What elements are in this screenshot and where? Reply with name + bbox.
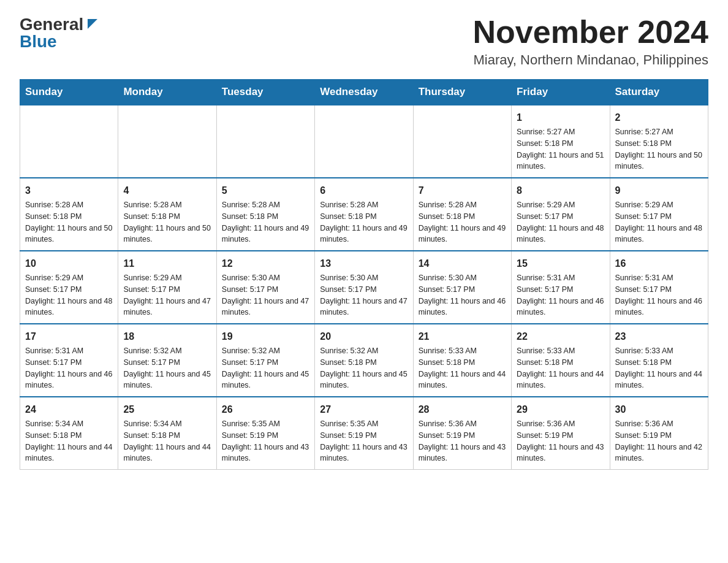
day-number: 1	[517, 110, 604, 125]
table-row: 20Sunrise: 5:32 AMSunset: 5:18 PMDayligh…	[315, 324, 413, 397]
day-number: 12	[222, 256, 309, 271]
sunrise-text: Sunrise: 5:28 AM	[320, 201, 378, 209]
sunset-text: Sunset: 5:18 PM	[615, 139, 672, 148]
day-number: 26	[222, 402, 309, 417]
daylight-text: Daylight: 11 hours and 43 minutes.	[222, 443, 309, 463]
sunrise-text: Sunrise: 5:28 AM	[123, 201, 181, 209]
table-row: 14Sunrise: 5:30 AMSunset: 5:17 PMDayligh…	[413, 251, 511, 324]
table-row: 25Sunrise: 5:34 AMSunset: 5:18 PMDayligh…	[118, 397, 216, 470]
title-area: November 2024 Miaray, Northern Mindanao,…	[473, 15, 708, 68]
daylight-text: Daylight: 11 hours and 48 minutes.	[615, 224, 702, 244]
table-row: 19Sunrise: 5:32 AMSunset: 5:17 PMDayligh…	[216, 324, 314, 397]
day-info: Sunrise: 5:32 AMSunset: 5:17 PMDaylight:…	[123, 345, 211, 391]
day-info: Sunrise: 5:35 AMSunset: 5:19 PMDaylight:…	[320, 418, 408, 464]
weekday-header-row: Sunday Monday Tuesday Wednesday Thursday…	[20, 80, 708, 105]
table-row	[216, 105, 314, 178]
sunrise-text: Sunrise: 5:29 AM	[25, 274, 83, 282]
day-number: 16	[615, 256, 703, 271]
daylight-text: Daylight: 11 hours and 44 minutes.	[517, 370, 604, 390]
day-number: 18	[123, 329, 211, 344]
sunrise-text: Sunrise: 5:35 AM	[222, 419, 280, 428]
day-number: 13	[320, 256, 408, 271]
sunrise-text: Sunrise: 5:36 AM	[419, 419, 477, 428]
day-number: 11	[123, 256, 211, 271]
day-info: Sunrise: 5:36 AMSunset: 5:19 PMDaylight:…	[615, 418, 703, 464]
table-row: 9Sunrise: 5:29 AMSunset: 5:17 PMDaylight…	[610, 178, 708, 251]
day-number: 21	[419, 329, 506, 344]
table-row: 29Sunrise: 5:36 AMSunset: 5:19 PMDayligh…	[512, 397, 610, 470]
day-number: 8	[517, 183, 604, 198]
day-number: 4	[123, 183, 211, 198]
calendar-week-row: 1Sunrise: 5:27 AMSunset: 5:18 PMDaylight…	[20, 105, 708, 178]
sunrise-text: Sunrise: 5:31 AM	[25, 347, 83, 355]
day-number: 30	[615, 402, 703, 417]
day-number: 22	[517, 329, 604, 344]
daylight-text: Daylight: 11 hours and 45 minutes.	[222, 370, 309, 390]
day-number: 19	[222, 329, 309, 344]
day-info: Sunrise: 5:33 AMSunset: 5:18 PMDaylight:…	[419, 345, 506, 391]
day-info: Sunrise: 5:32 AMSunset: 5:17 PMDaylight:…	[222, 345, 309, 391]
table-row	[315, 105, 413, 178]
daylight-text: Daylight: 11 hours and 44 minutes.	[25, 443, 112, 463]
sunrise-text: Sunrise: 5:32 AM	[320, 347, 378, 355]
table-row: 27Sunrise: 5:35 AMSunset: 5:19 PMDayligh…	[315, 397, 413, 470]
calendar-week-row: 10Sunrise: 5:29 AMSunset: 5:17 PMDayligh…	[20, 251, 708, 324]
sunset-text: Sunset: 5:19 PM	[517, 431, 573, 440]
sunset-text: Sunset: 5:19 PM	[419, 431, 475, 440]
sunrise-text: Sunrise: 5:30 AM	[222, 274, 280, 282]
day-number: 20	[320, 329, 408, 344]
day-number: 23	[615, 329, 703, 344]
day-info: Sunrise: 5:29 AMSunset: 5:17 PMDaylight:…	[615, 199, 703, 245]
day-info: Sunrise: 5:28 AMSunset: 5:18 PMDaylight:…	[222, 199, 309, 245]
daylight-text: Daylight: 11 hours and 44 minutes.	[615, 370, 702, 390]
sunset-text: Sunset: 5:17 PM	[615, 285, 672, 294]
day-number: 28	[419, 402, 506, 417]
table-row: 17Sunrise: 5:31 AMSunset: 5:17 PMDayligh…	[20, 324, 118, 397]
table-row: 10Sunrise: 5:29 AMSunset: 5:17 PMDayligh…	[20, 251, 118, 324]
day-info: Sunrise: 5:30 AMSunset: 5:17 PMDaylight:…	[320, 272, 408, 318]
day-info: Sunrise: 5:35 AMSunset: 5:19 PMDaylight:…	[222, 418, 309, 464]
table-row	[118, 105, 216, 178]
sunset-text: Sunset: 5:18 PM	[517, 139, 573, 148]
sunset-text: Sunset: 5:18 PM	[320, 212, 376, 221]
day-number: 3	[25, 183, 113, 198]
sunrise-text: Sunrise: 5:36 AM	[517, 419, 575, 428]
sunset-text: Sunset: 5:17 PM	[222, 285, 278, 294]
sunrise-text: Sunrise: 5:30 AM	[419, 274, 477, 282]
sunset-text: Sunset: 5:17 PM	[615, 212, 672, 221]
table-row	[20, 105, 118, 178]
sunrise-text: Sunrise: 5:29 AM	[517, 201, 575, 209]
calendar-week-row: 3Sunrise: 5:28 AMSunset: 5:18 PMDaylight…	[20, 178, 708, 251]
day-info: Sunrise: 5:29 AMSunset: 5:17 PMDaylight:…	[25, 272, 113, 318]
day-number: 7	[419, 183, 506, 198]
daylight-text: Daylight: 11 hours and 47 minutes.	[222, 297, 309, 317]
header-thursday: Thursday	[413, 80, 511, 105]
logo-blue-text: Blue	[20, 32, 57, 52]
daylight-text: Daylight: 11 hours and 42 minutes.	[615, 443, 702, 463]
table-row: 1Sunrise: 5:27 AMSunset: 5:18 PMDaylight…	[512, 105, 610, 178]
daylight-text: Daylight: 11 hours and 45 minutes.	[320, 370, 407, 390]
table-row: 5Sunrise: 5:28 AMSunset: 5:18 PMDaylight…	[216, 178, 314, 251]
sunset-text: Sunset: 5:18 PM	[123, 212, 180, 221]
daylight-text: Daylight: 11 hours and 51 minutes.	[517, 151, 604, 171]
sunrise-text: Sunrise: 5:36 AM	[615, 419, 673, 428]
day-info: Sunrise: 5:30 AMSunset: 5:17 PMDaylight:…	[222, 272, 309, 318]
sunrise-text: Sunrise: 5:29 AM	[123, 274, 181, 282]
sunset-text: Sunset: 5:17 PM	[419, 285, 475, 294]
sunset-text: Sunset: 5:18 PM	[419, 212, 475, 221]
sunset-text: Sunset: 5:17 PM	[222, 358, 278, 367]
table-row: 30Sunrise: 5:36 AMSunset: 5:19 PMDayligh…	[610, 397, 708, 470]
sunrise-text: Sunrise: 5:28 AM	[25, 201, 83, 209]
sunrise-text: Sunrise: 5:31 AM	[615, 274, 673, 282]
day-number: 24	[25, 402, 113, 417]
day-info: Sunrise: 5:27 AMSunset: 5:18 PMDaylight:…	[517, 126, 604, 172]
logo-flag-icon	[85, 17, 99, 30]
sunrise-text: Sunrise: 5:27 AM	[517, 128, 575, 136]
sunset-text: Sunset: 5:17 PM	[25, 358, 82, 367]
day-info: Sunrise: 5:34 AMSunset: 5:18 PMDaylight:…	[123, 418, 211, 464]
sunrise-text: Sunrise: 5:35 AM	[320, 419, 378, 428]
day-info: Sunrise: 5:34 AMSunset: 5:18 PMDaylight:…	[25, 418, 113, 464]
sunset-text: Sunset: 5:17 PM	[123, 358, 180, 367]
sunrise-text: Sunrise: 5:31 AM	[517, 274, 575, 282]
day-info: Sunrise: 5:31 AMSunset: 5:17 PMDaylight:…	[517, 272, 604, 318]
